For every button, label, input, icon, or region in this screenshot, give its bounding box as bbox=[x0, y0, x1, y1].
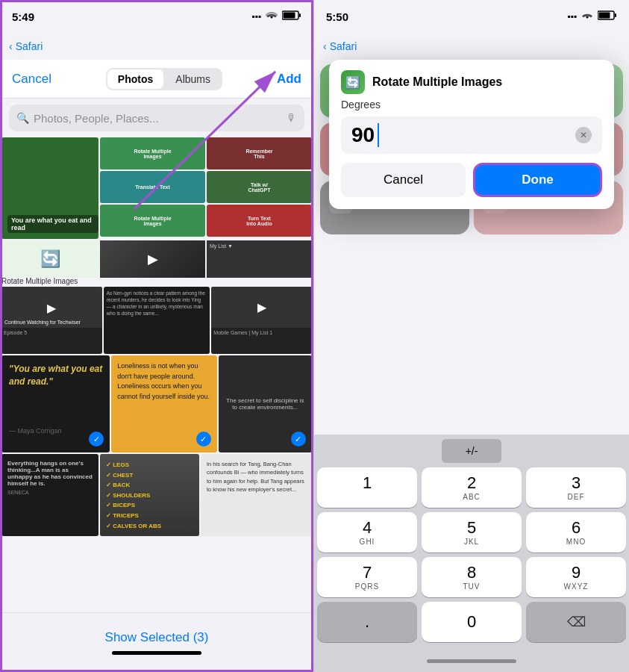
video-cell-1[interactable]: Continue Watching for Techwiser ▶ Episod… bbox=[1, 287, 102, 354]
key-4[interactable]: 4 GHI bbox=[317, 512, 417, 553]
modal-cancel-button[interactable]: Cancel bbox=[341, 163, 466, 197]
safari-bar-left: ‹ Safari bbox=[0, 33, 313, 60]
modal-dialog: 🔄 Rotate Multiple Images Degrees 90 ✕ Ca… bbox=[329, 60, 614, 209]
time-right: 5:50 bbox=[326, 10, 348, 23]
modal-icon-glyph: 🔄 bbox=[345, 75, 360, 90]
key-2-num: 2 bbox=[467, 475, 476, 491]
quote-text-2: Loneliness is not when you don't have pe… bbox=[117, 361, 210, 402]
safari-back-left[interactable]: ‹ Safari bbox=[9, 40, 43, 52]
photo-large-left[interactable]: You are what you eat and read bbox=[1, 137, 98, 239]
tab-albums[interactable]: Albums bbox=[165, 69, 221, 89]
battery-icon-right bbox=[598, 10, 617, 22]
key-row-2: 4 GHI 5 JKL 6 MNO bbox=[317, 512, 626, 553]
key-delete[interactable]: ⌫ bbox=[526, 602, 626, 642]
grid-col-right2: RememberThis Talk w/ChatGPT Turn TextInt… bbox=[207, 137, 312, 239]
key-5[interactable]: 5 JKL bbox=[422, 512, 522, 553]
input-number: 90 bbox=[351, 123, 375, 147]
home-indicator-right bbox=[314, 650, 629, 672]
key-8-letters: TUV bbox=[463, 582, 481, 591]
key-dot-sym: . bbox=[365, 614, 369, 630]
plus-minus-button[interactable]: +/- bbox=[442, 439, 501, 463]
quote-text-4: In his search for Tang, Bang-Chan confou… bbox=[207, 460, 306, 494]
video-label-1: Continue Watching for Techwiser bbox=[4, 320, 81, 325]
photo-label: You are what you eat and read bbox=[7, 215, 98, 233]
shortcut-tile-5[interactable]: Talk w/ChatGPT bbox=[207, 171, 312, 203]
search-icon: 🔍 bbox=[16, 112, 29, 124]
row-between: 🔄 ▶ My List ▼ bbox=[1, 240, 312, 278]
mic-icon[interactable]: 🎙 bbox=[287, 112, 297, 124]
grid-col-right: Rotate MultipleImages Translate Text Rot… bbox=[100, 137, 205, 239]
wifi-icon-right bbox=[581, 11, 593, 22]
key-5-num: 5 bbox=[467, 520, 476, 536]
search-bar[interactable]: 🔍 Photos, People, Places... 🎙 bbox=[9, 105, 304, 131]
add-button[interactable]: Add bbox=[277, 72, 301, 87]
key-0[interactable]: 0 bbox=[422, 602, 522, 642]
svg-rect-7 bbox=[599, 13, 610, 19]
quote-text-3: The secret to self discipline is to crea… bbox=[219, 391, 312, 417]
article-text: As Nen-gyri notices a clear pattern amon… bbox=[107, 290, 207, 317]
video-thumb: ▶ bbox=[100, 240, 205, 278]
rotate-icon: 🔄 bbox=[40, 249, 60, 269]
video-meta-2: Mobile Games | My List 1 bbox=[211, 328, 312, 337]
modal-input-value: 90 bbox=[351, 123, 379, 147]
key-row-1: 1 2 ABC 3 DEF bbox=[317, 467, 626, 508]
key-3[interactable]: 3 DEF bbox=[526, 467, 626, 508]
cancel-button[interactable]: Cancel bbox=[12, 72, 51, 87]
bottom-bar-left: Show Selected (3) bbox=[0, 612, 313, 672]
left-panel: 5:49 ▪▪▪ ‹ Safari Cancel Photos Albums A… bbox=[0, 0, 314, 672]
key-1[interactable]: 1 bbox=[317, 467, 417, 508]
modal-done-button[interactable]: Done bbox=[473, 163, 602, 197]
safari-back-right[interactable]: ‹ Safari bbox=[323, 40, 357, 52]
workout-card: Everything hangs on one's thinking...A m… bbox=[1, 454, 98, 536]
shortcut-tile-2[interactable]: Translate Text bbox=[100, 171, 205, 203]
tab-photos[interactable]: Photos bbox=[107, 69, 163, 89]
key-8[interactable]: 8 TUV bbox=[422, 557, 522, 597]
quote-author: — Maya Corrigan bbox=[9, 427, 62, 435]
quote-text-1: "You are what you eat and read." bbox=[9, 363, 102, 388]
key-3-num: 3 bbox=[572, 475, 581, 491]
article-cell[interactable]: As Nen-gyri notices a clear pattern amon… bbox=[104, 287, 210, 354]
grid-row-1: You are what you eat and read Rotate Mul… bbox=[0, 137, 313, 239]
keyboard-rows: 1 2 ABC 3 DEF 4 GHI 5 bbox=[314, 467, 629, 650]
top-toolbar-left: Cancel Photos Albums Add bbox=[0, 60, 313, 99]
chest: ✓ CHEST bbox=[106, 470, 161, 481]
shortcut-tile-6[interactable]: Turn TextInto Audio bbox=[207, 205, 312, 237]
workout-list: ✓ LEGS ✓ CHEST ✓ BACK ✓ SHOULDERS ✓ BICE… bbox=[106, 460, 161, 531]
key-dot[interactable]: . bbox=[317, 602, 417, 642]
key-row-4: . 0 ⌫ bbox=[317, 602, 626, 642]
modal-actions: Cancel Done bbox=[329, 163, 614, 209]
home-bar-right bbox=[427, 659, 516, 663]
shoulders: ✓ SHOULDERS bbox=[106, 491, 161, 501]
key-6[interactable]: 6 MNO bbox=[526, 512, 626, 553]
list-cell: My List ▼ bbox=[207, 240, 312, 278]
video-cell-2[interactable]: ▶ Mobile Games | My List 1 bbox=[211, 287, 312, 354]
signal-icon-right: ▪▪▪ bbox=[567, 11, 577, 22]
key-7[interactable]: 7 PQRS bbox=[317, 557, 417, 597]
key-9[interactable]: 9 WXYZ bbox=[526, 557, 626, 597]
key-2[interactable]: 2 ABC bbox=[422, 467, 522, 508]
status-icons-right: ▪▪▪ bbox=[567, 10, 617, 22]
clear-button[interactable]: ✕ bbox=[575, 127, 592, 143]
key-6-num: 6 bbox=[572, 520, 581, 536]
modal-input-area[interactable]: 90 ✕ bbox=[341, 116, 602, 154]
play-icon-2: ▶ bbox=[257, 300, 266, 314]
tile-label-3: Rotate MultipleImages bbox=[134, 216, 171, 226]
home-indicator-left bbox=[112, 651, 201, 655]
status-icons-left: ▪▪▪ bbox=[251, 10, 301, 22]
video-row: Continue Watching for Techwiser ▶ Episod… bbox=[0, 287, 313, 354]
show-selected-button[interactable]: Show Selected (3) bbox=[105, 630, 209, 645]
workout-title: Everything hangs on one's thinking...A m… bbox=[7, 460, 93, 487]
legs: ✓ LEGS bbox=[106, 460, 161, 470]
keyboard: +/- 1 2 ABC 3 DEF 4 bbox=[314, 435, 629, 672]
shortcut-tile-4[interactable]: RememberThis bbox=[207, 137, 312, 169]
key-4-num: 4 bbox=[363, 520, 372, 536]
play-icon-1: ▶ bbox=[47, 300, 56, 314]
modal-title: Rotate Multiple Images bbox=[372, 75, 502, 89]
signal-icon: ▪▪▪ bbox=[251, 11, 261, 22]
shortcut-tile-1[interactable]: Rotate MultipleImages bbox=[100, 137, 205, 169]
safari-label-left: Safari bbox=[16, 40, 43, 52]
shortcut-tile-3[interactable]: Rotate MultipleImages bbox=[100, 205, 205, 237]
key-6-letters: MNO bbox=[566, 538, 586, 546]
triceps: ✓ TRICEPS bbox=[106, 511, 161, 521]
key-8-num: 8 bbox=[467, 564, 476, 581]
